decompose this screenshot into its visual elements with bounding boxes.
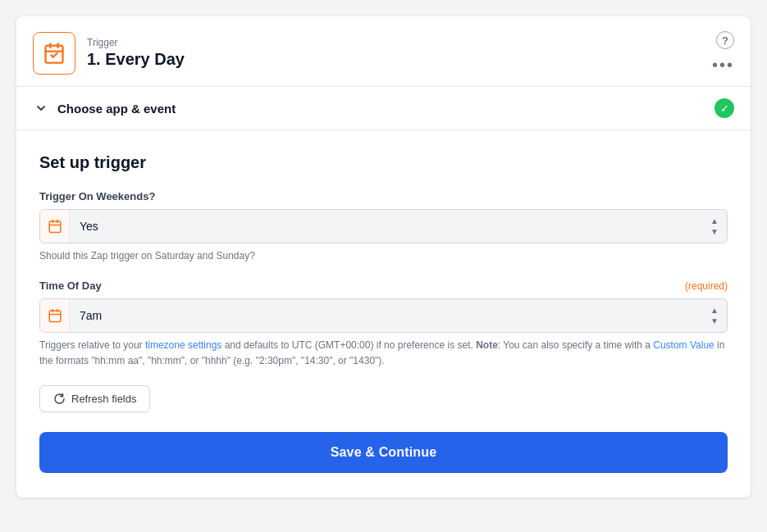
header-actions: ? ••• xyxy=(712,31,734,75)
time-of-day-group: Time Of Day (required) 12am 1am 2am 3 xyxy=(39,280,728,369)
refresh-fields-button[interactable]: Refresh fields xyxy=(39,385,150,412)
setup-section: Set up trigger Trigger On Weekends? Yes xyxy=(16,130,751,498)
header: Trigger 1. Every Day ? ••• xyxy=(16,16,751,87)
refresh-icon xyxy=(53,393,66,405)
header-label: Trigger xyxy=(87,37,185,48)
choose-app-label: Choose app & event xyxy=(57,102,176,116)
svg-rect-4 xyxy=(49,221,61,233)
time-of-day-label: Time Of Day (required) xyxy=(39,280,728,292)
choose-app-section[interactable]: Choose app & event ✓ xyxy=(16,87,751,130)
required-badge: (required) xyxy=(685,280,728,292)
timezone-settings-link[interactable]: timezone settings xyxy=(145,339,221,351)
zap-icon-weekends xyxy=(40,210,70,243)
trigger-on-weekends-select[interactable]: Yes No xyxy=(70,211,702,241)
setup-title: Set up trigger xyxy=(39,153,728,172)
time-of-day-hint: Triggers relative to your timezone setti… xyxy=(39,338,728,369)
trigger-on-weekends-group: Trigger On Weekends? Yes No ▲ xyxy=(39,190,728,263)
help-icon[interactable]: ? xyxy=(716,31,734,49)
svg-rect-8 xyxy=(49,311,61,322)
header-text: Trigger 1. Every Day xyxy=(87,37,185,69)
trigger-on-weekends-label: Trigger On Weekends? xyxy=(39,190,728,202)
main-card: Trigger 1. Every Day ? ••• Choose app & … xyxy=(16,16,751,498)
save-continue-button[interactable]: Save & Continue xyxy=(39,432,728,473)
custom-value-link[interactable]: Custom Value xyxy=(653,339,714,351)
more-options-icon[interactable]: ••• xyxy=(712,56,734,75)
zap-icon-time xyxy=(40,299,70,332)
trigger-icon xyxy=(33,32,75,75)
trigger-on-weekends-hint: Should this Zap trigger on Saturday and … xyxy=(39,248,728,263)
select-arrows-weekends: ▲ ▼ xyxy=(702,216,727,236)
chevron-down-icon[interactable] xyxy=(33,100,49,116)
trigger-on-weekends-select-wrapper: Yes No ▲ ▼ xyxy=(39,209,728,243)
time-of-day-select[interactable]: 12am 1am 2am 3am 4am 5am 6am 7am 8am 9am… xyxy=(70,301,702,330)
time-of-day-select-wrapper: 12am 1am 2am 3am 4am 5am 6am 7am 8am 9am… xyxy=(39,298,728,333)
header-title: 1. Every Day xyxy=(87,50,185,69)
check-icon: ✓ xyxy=(714,98,734,118)
select-arrows-time: ▲ ▼ xyxy=(702,306,727,325)
svg-rect-0 xyxy=(46,45,63,62)
